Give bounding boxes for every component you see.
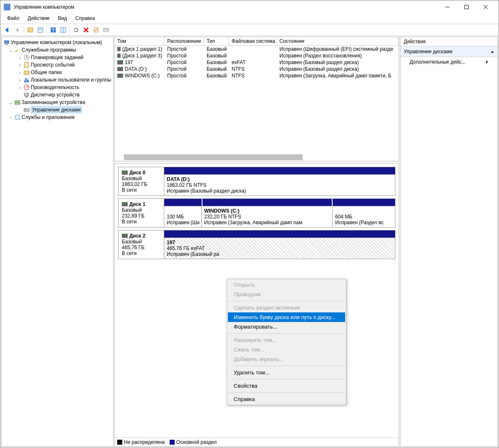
volume-list[interactable]: Том Расположение Тип Файловая система Со… — [114, 37, 399, 161]
list-row[interactable]: 197 Простой Базовый exFAT Исправен (Базо… — [115, 59, 399, 66]
partition-windows-c[interactable]: WINDOWS (C:) 232,20 ГБ NTFS Исправен (За… — [202, 206, 333, 227]
svg-point-24 — [27, 79, 29, 80]
col-volume[interactable]: Том — [115, 37, 165, 45]
menu-help[interactable]: Справка — [71, 15, 99, 22]
col-filesystem[interactable]: Файловая система — [229, 37, 277, 45]
tree-task-scheduler[interactable]: › Планировщик заданий — [2, 54, 112, 61]
expand-icon[interactable]: › — [17, 63, 22, 67]
storage-icon — [14, 99, 21, 106]
toolbar-btn-1[interactable] — [26, 25, 35, 35]
list-row[interactable]: (Диск 1 раздел 3) Простой Базовый Исправ… — [115, 52, 399, 59]
actions-more[interactable]: Дополнительные дейс... — [400, 57, 497, 67]
toolbar-btn-7[interactable] — [91, 25, 101, 35]
svg-point-33 — [25, 109, 26, 110]
disk-partitions: DATA (D:) 1863,02 ГБ NTFS Исправен (Базо… — [164, 167, 395, 196]
ctx-separator — [229, 392, 344, 393]
volume-icon — [117, 47, 121, 51]
tree-event-viewer[interactable]: › Просмотр событий — [2, 61, 112, 69]
disk-icon — [122, 202, 128, 206]
forward-button[interactable] — [13, 25, 22, 35]
expand-icon[interactable]: › — [17, 70, 22, 75]
svg-rect-17 — [5, 44, 8, 45]
expand-icon[interactable]: › — [17, 55, 22, 60]
tree-panel[interactable]: Управление компьютером (локальным) ⌄ Слу… — [1, 37, 114, 447]
collapse-icon[interactable]: ⌄ — [8, 100, 13, 105]
tree-performance[interactable]: › Производительность — [2, 84, 112, 91]
ctx-delete[interactable]: Удалить том... — [228, 368, 345, 377]
partition-197[interactable]: 197 465,76 ГБ exFAT Исправен (Базовый ра — [164, 238, 395, 259]
ctx-make-active: Сделать раздел активным — [228, 303, 345, 312]
ctx-help[interactable]: Справка — [228, 394, 345, 404]
expand-icon[interactable]: › — [17, 85, 22, 90]
disk-info: Диск 0 Базовый 1863,02 ГБ В сети — [119, 167, 164, 196]
list-row[interactable]: DATA (D:) Простой Базовый NTFS Исправен … — [115, 66, 399, 72]
maximize-button[interactable] — [457, 0, 476, 14]
delete-icon[interactable] — [82, 25, 91, 35]
titlebar: Управление компьютером — [0, 0, 499, 14]
partition-bar — [164, 167, 395, 175]
disk-row-0[interactable]: Диск 0 Базовый 1863,02 ГБ В сети DATA (D… — [118, 167, 395, 196]
expand-icon[interactable]: › — [17, 78, 22, 82]
tree-system-tools[interactable]: ⌄ Служебные программы — [2, 46, 112, 54]
svg-rect-25 — [24, 80, 29, 82]
actions-section[interactable]: Управление дисками — [400, 47, 497, 57]
minimize-button[interactable] — [438, 0, 457, 14]
tree-local-users[interactable]: › Локальные пользователи и группы — [2, 76, 112, 84]
disk-row-2[interactable]: Диск 2 Базовый 465,76 ГБ В сети 197 465,… — [118, 230, 395, 259]
event-icon — [23, 62, 30, 68]
menu-view[interactable]: Вид — [54, 15, 71, 22]
help-icon[interactable]: ? — [49, 25, 58, 35]
legend-unallocated: Не распределена — [117, 439, 165, 445]
partition-recovery[interactable]: 604 МБ Исправен (Раздел вс — [333, 206, 395, 227]
refresh-icon[interactable] — [72, 25, 81, 35]
tree-storage[interactable]: ⌄ Запоминающие устройства — [2, 99, 112, 106]
svg-text:?: ? — [52, 27, 55, 32]
perf-icon — [23, 84, 30, 91]
partition-data-d[interactable]: DATA (D:) 1863,02 ГБ NTFS Исправен (Базо… — [164, 175, 395, 196]
toolbar-btn-4[interactable] — [59, 25, 68, 35]
back-button[interactable] — [3, 25, 12, 35]
ctx-shrink: Сжать том... — [228, 345, 345, 354]
svg-rect-1 — [465, 5, 469, 9]
tree-label: Запоминающие устройства — [22, 99, 85, 105]
tree-root[interactable]: Управление компьютером (локальным) — [2, 39, 112, 46]
tools-icon — [14, 47, 21, 53]
menu-file[interactable]: Файл — [3, 15, 24, 22]
volume-icon — [117, 67, 123, 71]
toolbar-btn-8[interactable] — [101, 25, 111, 35]
tree-shared-folders[interactable]: › Общие папки — [2, 69, 112, 76]
context-menu[interactable]: Открыть Проводник Сделать раздел активны… — [227, 279, 346, 405]
disk-row-1[interactable]: Диск 1 Базовый 232,89 ГБ В сети — [118, 198, 395, 228]
col-status[interactable]: Состояние — [277, 37, 399, 45]
ctx-separator — [229, 301, 344, 301]
tree-services-apps[interactable]: › Службы и приложения — [2, 114, 112, 121]
tree-disk-management[interactable]: › Управление дисками — [2, 106, 112, 114]
legend-swatch — [170, 440, 175, 445]
list-row[interactable]: WINDOWS (C:) Простой Базовый NTFS Исправ… — [115, 72, 399, 79]
close-button[interactable] — [476, 0, 495, 14]
disk-partitions: 197 465,76 ГБ exFAT Исправен (Базовый ра — [164, 230, 395, 259]
col-type[interactable]: Тип — [204, 37, 229, 45]
list-row[interactable]: (Диск 1 раздел 1) Простой Базовый Исправ… — [115, 46, 399, 52]
ctx-format[interactable]: Форматировать... — [228, 322, 345, 332]
actions-title: Действия — [400, 37, 497, 47]
folder-icon — [23, 69, 30, 76]
col-layout[interactable]: Расположение — [165, 37, 204, 45]
tree-device-manager[interactable]: › Диспетчер устройств — [2, 91, 112, 99]
tree-label: Служебные программы — [22, 47, 76, 53]
menu-action[interactable]: Действие — [24, 15, 54, 22]
collapse-icon[interactable] — [491, 51, 494, 53]
collapse-icon[interactable]: ⌄ — [8, 48, 13, 52]
expand-icon[interactable]: › — [8, 115, 13, 120]
partition-efi[interactable]: 100 МБ Исправен (Ши — [164, 206, 202, 227]
toolbar-btn-2[interactable] — [36, 25, 45, 35]
toolbar-sep — [69, 26, 70, 34]
scrollbar-thumb[interactable] — [124, 154, 303, 160]
app-icon — [4, 4, 10, 10]
tree-label: Службы и приложения — [22, 114, 74, 120]
users-icon — [23, 77, 30, 83]
ctx-properties[interactable]: Свойства — [228, 381, 345, 391]
volume-icon — [117, 60, 123, 64]
services-icon — [14, 114, 21, 121]
ctx-change-letter[interactable]: Изменить букву диска или путь к диску... — [228, 312, 345, 322]
